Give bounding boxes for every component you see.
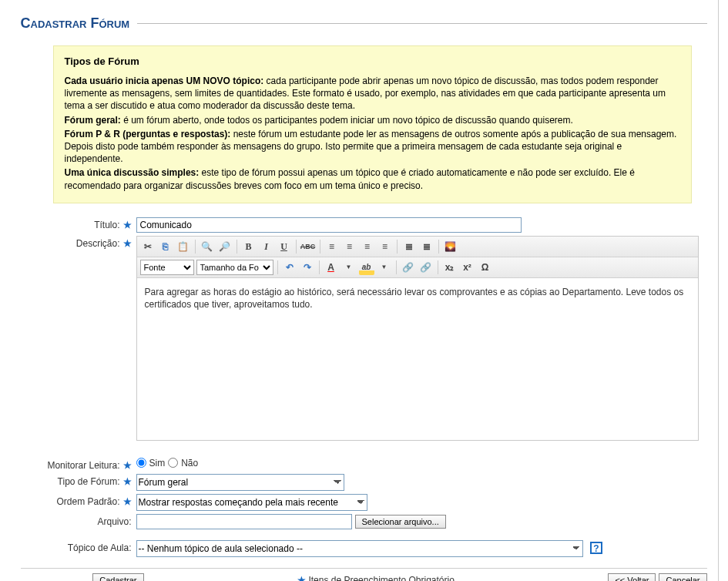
label-topico: Tópico de Aula: <box>21 540 136 557</box>
strike-button[interactable]: ABC <box>300 239 316 254</box>
align-left-icon[interactable]: ≡ <box>324 239 340 254</box>
link-icon[interactable]: 🔗 <box>401 260 416 275</box>
align-justify-icon[interactable]: ≡ <box>377 239 393 254</box>
font-size-select[interactable]: Tamanho da Fo <box>196 260 273 275</box>
editor-content[interactable]: Para agregar as horas do estágio ao hist… <box>137 278 698 440</box>
label-tipo: Tipo de Fórum:★ <box>21 474 136 491</box>
label-titulo: Título:★ <box>21 217 136 233</box>
required-star: ★ <box>123 460 132 471</box>
help-icon[interactable]: ? <box>590 542 602 554</box>
dropdown-icon[interactable]: ▼ <box>341 260 357 275</box>
text-color-icon[interactable]: A <box>324 260 339 275</box>
ordem-select[interactable]: Mostrar respostas começando pela mais re… <box>136 494 367 511</box>
separator <box>396 260 397 274</box>
image-icon[interactable]: 🌄 <box>443 239 458 254</box>
info-p3-bold: Fórum P & R (perguntas e respostas): <box>65 129 231 139</box>
topico-aula-select[interactable]: -- Nenhum tópico de aula selecionado -- <box>136 540 583 557</box>
undo-icon[interactable]: ↶ <box>282 260 297 275</box>
copy-icon[interactable]: ⎘ <box>158 239 173 254</box>
selecionar-arquivo-button[interactable]: Selecionar arquivo... <box>355 515 446 529</box>
bold-button[interactable]: B <box>241 239 257 254</box>
required-star: ★ <box>123 220 132 230</box>
cancelar-button[interactable]: Cancelar <box>659 573 706 581</box>
info-p4: Uma única discussão simples: este tipo d… <box>65 166 680 191</box>
footer: Cadastrar ★ Itens de Preenchimento Obrig… <box>21 568 707 581</box>
font-family-select[interactable]: Fonte <box>140 260 194 275</box>
page-wrapper: Cadastrar Fórum Tipos de Fórum Cada usuá… <box>10 0 719 581</box>
separator <box>277 260 278 274</box>
tipo-forum-select[interactable]: Fórum geral <box>136 474 344 491</box>
label-arquivo: Arquivo: <box>21 514 136 529</box>
editor-toolbar-2: Fonte Tamanho da Fo ↶ ↷ A ▼ ab ▼ 🔗 🔗 x₂ … <box>137 257 698 278</box>
superscript-button[interactable]: x² <box>460 260 475 275</box>
italic-button[interactable]: I <box>259 239 274 254</box>
separator <box>397 240 398 254</box>
separator <box>237 240 237 254</box>
symbol-button[interactable]: Ω <box>478 260 493 275</box>
replace-icon[interactable]: 🔎 <box>217 239 233 254</box>
cadastrar-button[interactable]: Cadastrar <box>92 573 143 581</box>
separator <box>195 240 196 254</box>
required-star: ★ <box>297 575 306 581</box>
forum-types-info: Tipos de Fórum Cada usuário inicia apena… <box>53 45 692 203</box>
info-p1-bold: Cada usuário inicia apenas UM NOVO tópic… <box>65 76 264 86</box>
info-p2-text: é um fórum aberto, onde todos os partici… <box>121 115 573 126</box>
dropdown-icon[interactable]: ▼ <box>377 260 392 275</box>
monitorar-sim-label: Sim <box>149 458 166 468</box>
editor-toolbar-1: ✂ ⎘ 📋 🔍 🔎 B I U ABC ≡ ≡ ≡ ≡ <box>137 237 698 257</box>
info-p4-bold: Uma única discussão simples: <box>65 167 200 178</box>
info-p2-bold: Fórum geral: <box>65 115 121 126</box>
separator <box>438 240 439 254</box>
separator <box>320 240 320 254</box>
monitorar-sim-radio[interactable] <box>136 458 146 468</box>
cut-icon[interactable]: ✂ <box>140 239 156 254</box>
voltar-button[interactable]: << Voltar <box>608 573 656 581</box>
required-star: ★ <box>123 496 132 507</box>
align-center-icon[interactable]: ≡ <box>342 239 357 254</box>
label-monitorar: Monitorar Leitura:★ <box>21 458 136 471</box>
paste-icon[interactable]: 📋 <box>176 239 191 254</box>
footer-msg: Itens de Preenchimento Obrigatório <box>308 575 454 581</box>
monitorar-nao-radio[interactable] <box>168 458 178 468</box>
page-title-text: Cadastrar Fórum <box>21 15 130 32</box>
titulo-input[interactable] <box>136 217 522 233</box>
list-ordered-icon[interactable]: ≣ <box>401 239 417 254</box>
info-heading: Tipos de Fórum <box>65 55 680 67</box>
rich-text-editor: ✂ ⎘ 📋 🔍 🔎 B I U ABC ≡ ≡ ≡ ≡ <box>136 236 699 441</box>
label-ordem: Ordem Padrão:★ <box>21 494 136 511</box>
subscript-button[interactable]: x₂ <box>442 260 458 275</box>
monitorar-nao-label: Não <box>181 458 198 468</box>
separator <box>438 260 438 274</box>
separator <box>296 240 297 254</box>
redo-icon[interactable]: ↷ <box>300 260 315 275</box>
info-p2: Fórum geral: é um fórum aberto, onde tod… <box>65 114 680 126</box>
info-p1: Cada usuário inicia apenas UM NOVO tópic… <box>65 75 680 113</box>
required-star: ★ <box>123 238 132 249</box>
page-title: Cadastrar Fórum <box>21 8 707 33</box>
required-star: ★ <box>123 476 132 487</box>
unlink-icon[interactable]: 🔗 <box>418 260 434 275</box>
arquivo-input[interactable] <box>136 514 352 529</box>
underline-button[interactable]: U <box>277 239 292 254</box>
bg-color-icon[interactable]: ab <box>359 260 374 275</box>
title-divider <box>137 23 706 24</box>
info-p3: Fórum P & R (perguntas e respostas): nes… <box>65 128 680 166</box>
align-right-icon[interactable]: ≡ <box>360 239 375 254</box>
list-bullet-icon[interactable]: ≣ <box>419 239 434 254</box>
find-icon[interactable]: 🔍 <box>200 239 215 254</box>
separator <box>319 260 320 274</box>
label-descricao: Descrição:★ <box>21 236 136 441</box>
